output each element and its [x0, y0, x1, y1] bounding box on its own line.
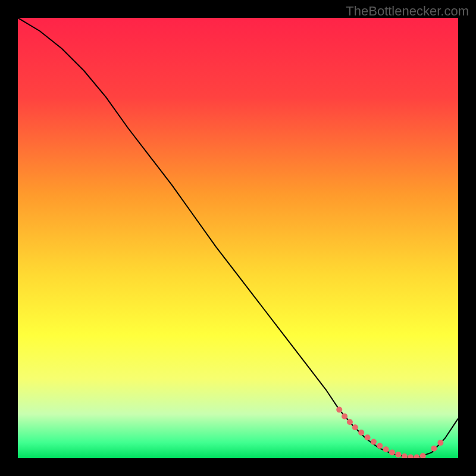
marker-point: [347, 419, 353, 425]
marker-point: [365, 434, 371, 440]
marker-point: [342, 414, 347, 419]
bottleneck-curve: [18, 18, 458, 458]
marker-point: [352, 424, 358, 430]
curve-layer: [18, 18, 458, 458]
marker-point: [431, 446, 437, 452]
marker-point: [408, 455, 414, 458]
optimal-range-markers: [336, 407, 443, 458]
marker-point: [395, 452, 401, 458]
marker-point: [383, 446, 389, 452]
chart-container: TheBottlenecker.com: [0, 0, 476, 476]
marker-point: [377, 443, 383, 449]
watermark-text: TheBottlenecker.com: [346, 4, 469, 19]
plot-area: [18, 18, 458, 458]
marker-point: [402, 453, 408, 458]
marker-point: [420, 453, 426, 458]
marker-point: [371, 439, 377, 445]
marker-point: [414, 455, 419, 458]
marker-point: [336, 407, 342, 413]
marker-point: [358, 430, 364, 436]
marker-point: [437, 440, 443, 446]
marker-point: [389, 449, 395, 455]
